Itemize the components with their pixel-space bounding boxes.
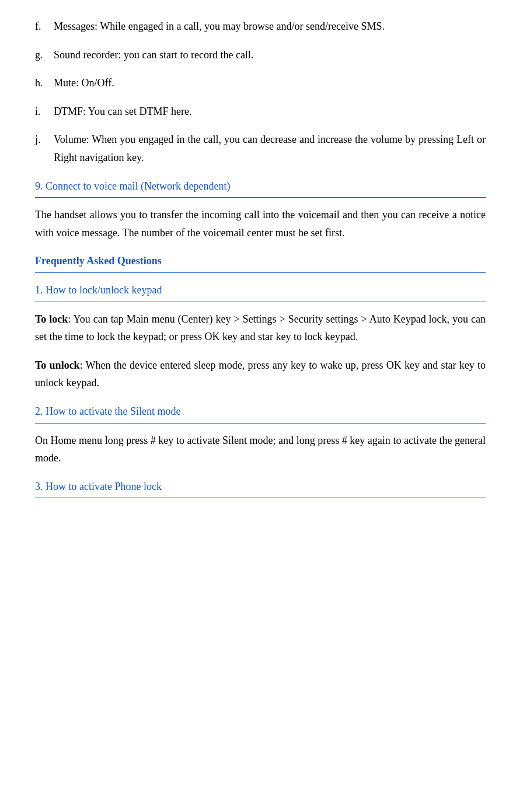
list-item-f: f. Messages: While engaged in a call, yo…	[35, 18, 486, 36]
list-content-f: Messages: While engaged in a call, you m…	[54, 18, 486, 36]
faq-item1-lock-text: : You can tap Main menu (Center) key > S…	[35, 313, 486, 343]
faq-item1-unlock-text: : When the device entered sleep mode, pr…	[35, 359, 486, 389]
list-content-j: Volume: When you engaged in the call, yo…	[54, 131, 486, 166]
faq-item1-heading: 1. How to lock/unlock keypad	[35, 281, 486, 302]
faq-item1-lock-label: To lock	[35, 313, 68, 325]
list-label-f: f.	[35, 18, 54, 36]
section9-paragraph: The handset allows you to transfer the i…	[35, 206, 486, 242]
list-content-h: Mute: On/Off.	[54, 74, 486, 92]
faq-item1-unlock-paragraph: To unlock: When the device entered sleep…	[35, 356, 486, 392]
list-content-i: DTMF: You can set DTMF here.	[54, 103, 486, 121]
list-content-g: Sound recorder: you can start to record …	[54, 46, 486, 64]
faq-item1-lock-paragraph: To lock: You can tap Main menu (Center) …	[35, 310, 486, 346]
faq-item3-heading: 3. How to activate Phone lock	[35, 478, 486, 499]
faq-heading: Frequently Asked Questions	[35, 252, 486, 273]
list-label-h: h.	[35, 74, 54, 92]
list-item-g: g. Sound recorder: you can start to reco…	[35, 46, 486, 64]
list-item-i: i. DTMF: You can set DTMF here.	[35, 103, 486, 121]
section9-heading: 9. Connect to voice mail (Network depend…	[35, 177, 486, 198]
faq-item1-unlock-label: To unlock	[35, 359, 80, 371]
list-item-j: j. Volume: When you engaged in the call,…	[35, 131, 486, 166]
list-label-g: g.	[35, 46, 54, 64]
list-label-i: i.	[35, 103, 54, 121]
list-label-j: j.	[35, 131, 54, 166]
list-item-h: h. Mute: On/Off.	[35, 74, 486, 92]
faq-item2-heading: 2. How to activate the Silent mode	[35, 402, 486, 424]
faq-item2-paragraph: On Home menu long press # key to activat…	[35, 432, 486, 467]
